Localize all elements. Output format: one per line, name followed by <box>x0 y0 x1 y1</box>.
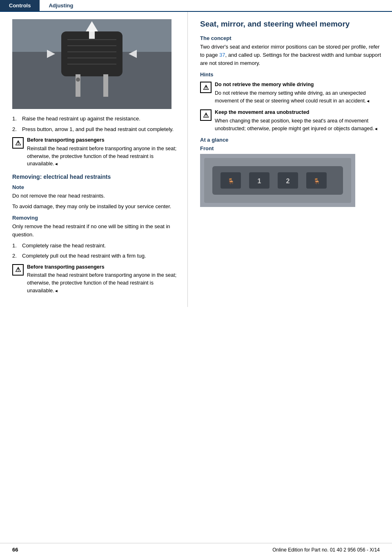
svg-text:🪑: 🪑 <box>313 178 321 185</box>
concept-text: Two driver's seat and exterior mirror po… <box>200 43 384 67</box>
right-column: Seat, mirror, and steering wheel memory … <box>188 12 392 307</box>
main-content: 1. Raise the head restraint up against t… <box>0 12 392 307</box>
hint-content-2: Keep the movement area unobstructed When… <box>215 109 384 132</box>
steps-intro: 1. Raise the head restraint up against t… <box>12 115 179 133</box>
footer-page-number: 66 <box>12 547 18 553</box>
note-label: Note <box>12 184 179 190</box>
warning-content-1: Before transporting passengers Reinstall… <box>27 136 179 168</box>
head-restraint-image <box>12 19 172 109</box>
warning-box-2: ⚠ Before transporting passengers Reinsta… <box>12 263 179 295</box>
end-mark-4 <box>374 126 378 131</box>
electrical-head-restraints-heading: Removing: electrical head restraints <box>12 173 179 180</box>
footer-edition: Online Edition for Part no. 01 40 2 956 … <box>272 547 380 553</box>
hint-content-1: Do not retrieve the memory while driving… <box>215 81 384 105</box>
svg-rect-11 <box>89 31 95 39</box>
end-mark-2 <box>54 288 58 294</box>
left-column: 1. Raise the head restraint up against t… <box>0 12 188 307</box>
remove-step-2: 2. Completely pull out the head restrain… <box>12 252 179 260</box>
header-tabs: Controls Adjusting <box>0 0 392 12</box>
right-main-heading: Seat, mirror, and steering wheel memory <box>200 19 384 29</box>
concept-heading: The concept <box>200 35 384 41</box>
warning-content-2: Before transporting passengers Reinstall… <box>27 263 179 295</box>
tab-controls[interactable]: Controls <box>0 0 40 11</box>
front-heading: Front <box>200 145 384 151</box>
removing-heading: Removing <box>12 215 179 221</box>
svg-text:🪑: 🪑 <box>227 178 235 185</box>
at-a-glance-heading: At a glance <box>200 137 384 143</box>
end-mark-1 <box>54 161 58 167</box>
note-text-1: Do not remove the rear head restraints. <box>12 192 179 200</box>
removing-intro: Only remove the head restraint if no one… <box>12 222 179 239</box>
removing-steps: 1. Completely raise the head restraint. … <box>12 242 179 260</box>
hint-icon-2: ⚠ <box>200 109 212 121</box>
svg-rect-9 <box>103 74 108 97</box>
hint-icon-1: ⚠ <box>200 82 212 93</box>
warning-icon-1: ⚠ <box>12 137 24 149</box>
note-text-2: To avoid damage, they may only be instal… <box>12 202 179 211</box>
step-2: 2. Press button, arrow 1, and pull the h… <box>12 125 179 133</box>
step-1: 1. Raise the head restraint up against t… <box>12 115 179 123</box>
front-seat-image: 🪑 1 2 🪑 <box>200 154 355 207</box>
hint-box-2: ⚠ Keep the movement area unobstructed Wh… <box>200 109 384 132</box>
footer: 66 Online Edition for Part no. 01 40 2 9… <box>0 543 392 556</box>
tab-adjusting[interactable]: Adjusting <box>40 0 82 11</box>
hints-heading: Hints <box>200 71 384 78</box>
svg-point-14 <box>76 78 80 82</box>
remove-step-1: 1. Completely raise the head restraint. <box>12 242 179 250</box>
svg-text:1: 1 <box>258 178 261 185</box>
hint-box-1: ⚠ Do not retrieve the memory while drivi… <box>200 81 384 105</box>
svg-text:2: 2 <box>286 178 290 185</box>
warning-icon-2: ⚠ <box>12 264 24 276</box>
concept-link[interactable]: 37 <box>219 52 225 58</box>
warning-box-1: ⚠ Before transporting passengers Reinsta… <box>12 136 179 168</box>
end-mark-3 <box>366 98 370 104</box>
